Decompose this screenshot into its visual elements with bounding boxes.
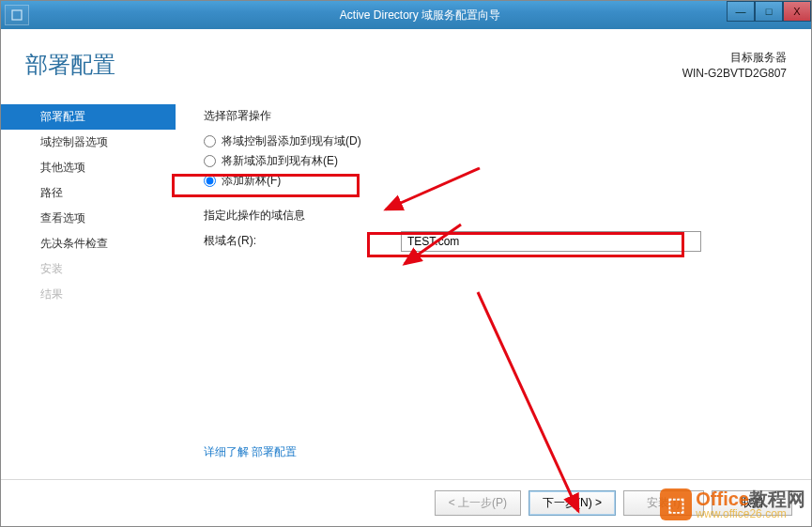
prev-button: < 上一步(P) xyxy=(435,490,521,516)
radio-add-dc-existing-domain[interactable]: 将域控制器添加到现有域(D) xyxy=(204,132,783,151)
panel: 选择部署操作 将域控制器添加到现有域(D) 将新域添加到现有林(E) 添加新林(… xyxy=(176,95,811,307)
sidebar-item-install: 安装 xyxy=(1,256,176,282)
sidebar-item-review[interactable]: 查看选项 xyxy=(1,206,176,231)
radio-label: 添加新林(F) xyxy=(222,173,281,189)
watermark-brand1: Office xyxy=(696,488,749,509)
radio-label: 将新域添加到现有林(E) xyxy=(222,153,338,169)
domain-info-label: 指定此操作的域信息 xyxy=(204,208,783,224)
page-title: 部署配置 xyxy=(25,50,115,82)
radio-add-domain-existing-forest[interactable]: 将新域添加到现有林(E) xyxy=(204,151,783,171)
watermark-url: www.office26.com xyxy=(696,508,805,519)
target-server-info: 目标服务器 WIN-G2BVTD2G807 xyxy=(682,50,787,82)
sidebar-item-dc-options[interactable]: 域控制器选项 xyxy=(1,130,176,155)
root-domain-input[interactable] xyxy=(401,231,701,252)
radio-input-add-dc[interactable] xyxy=(204,135,216,147)
target-server-name: WIN-G2BVTD2G807 xyxy=(682,66,787,82)
watermark-brand2: 教程网 xyxy=(749,488,805,509)
close-button[interactable]: X xyxy=(783,1,811,22)
svg-rect-0 xyxy=(12,10,22,20)
header: 部署配置 目标服务器 WIN-G2BVTD2G807 xyxy=(1,29,811,95)
radio-label: 将域控制器添加到现有域(D) xyxy=(222,133,361,149)
next-button[interactable]: 下一步(N) > xyxy=(529,490,616,516)
titlebar: Active Directory 域服务配置向导 — □ X xyxy=(1,1,811,29)
root-domain-label: 根域名(R): xyxy=(204,233,401,249)
sidebar-item-prereq[interactable]: 先决条件检查 xyxy=(1,231,176,256)
radio-input-new-forest[interactable] xyxy=(204,175,216,187)
learn-more-link[interactable]: 详细了解 部署配置 xyxy=(204,445,297,458)
app-icon xyxy=(5,5,29,25)
sidebar: 部署配置 域控制器选项 其他选项 路径 查看选项 先决条件检查 安装 结果 xyxy=(1,95,176,307)
sidebar-item-deploy-config[interactable]: 部署配置 xyxy=(1,104,176,130)
radio-add-new-forest[interactable]: 添加新林(F) xyxy=(204,171,783,191)
minimize-button[interactable]: — xyxy=(727,1,755,22)
sidebar-item-results: 结果 xyxy=(1,282,176,307)
watermark-icon: ⬚ xyxy=(660,488,692,520)
sidebar-item-paths[interactable]: 路径 xyxy=(1,180,176,206)
window-title: Active Directory 域服务配置向导 xyxy=(29,8,811,23)
maximize-button[interactable]: □ xyxy=(755,1,783,22)
watermark: ⬚ Office教程网 www.office26.com xyxy=(660,488,805,520)
content: 部署配置 目标服务器 WIN-G2BVTD2G807 部署配置 域控制器选项 其… xyxy=(1,29,811,526)
select-operation-label: 选择部署操作 xyxy=(204,108,783,124)
radio-input-add-domain[interactable] xyxy=(204,155,216,167)
target-server-label: 目标服务器 xyxy=(682,50,787,66)
root-domain-row: 根域名(R): xyxy=(204,231,783,252)
sidebar-item-other-options[interactable]: 其他选项 xyxy=(1,155,176,180)
